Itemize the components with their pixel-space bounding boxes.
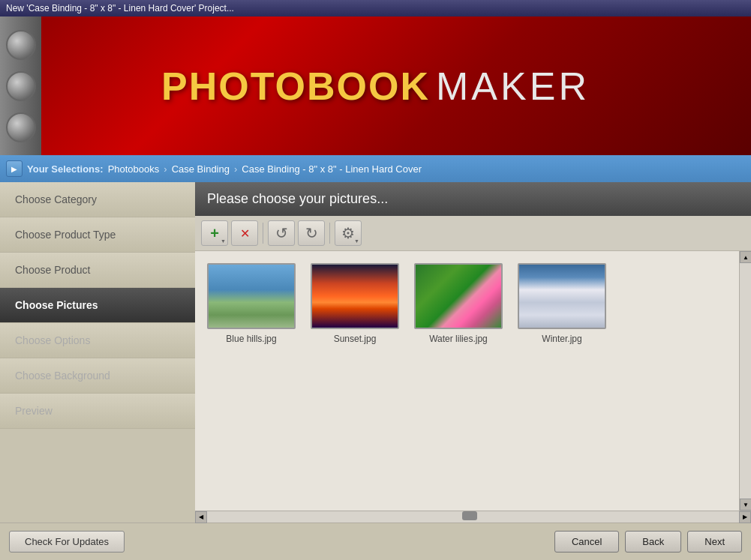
vertical-scrollbar[interactable]: ▲ ▼	[739, 251, 751, 511]
bottom-right-buttons: Cancel Back Next	[554, 531, 742, 553]
remove-picture-button[interactable]: ✕	[231, 220, 258, 246]
hscroll-thumb[interactable]	[462, 511, 477, 520]
toolbar: + ▼ ✕ ↺ ↻ ⚙ ▼	[195, 216, 751, 251]
breadcrumb-sep-1: ›	[164, 163, 167, 175]
picture-thumb-winter	[518, 263, 606, 329]
breadcrumb-toggle-button[interactable]: ▶	[6, 160, 23, 177]
toolbar-separator-1	[263, 223, 263, 244]
sidebar-item-choose-product[interactable]: Choose Product	[0, 253, 195, 288]
sidebar: Choose Category Choose Product Type Choo…	[0, 182, 195, 523]
sidebar-item-preview: Preview	[0, 394, 195, 429]
breadcrumb-label: Your Selections:	[27, 163, 104, 175]
sidebar-item-choose-category[interactable]: Choose Category	[0, 182, 195, 217]
picture-item-sunset[interactable]: Sunset.jpg	[311, 263, 399, 344]
sidebar-spacer	[0, 429, 195, 523]
breadcrumb-item-photobooks[interactable]: Photobooks	[108, 163, 160, 175]
picture-label-sunset: Sunset.jpg	[334, 334, 377, 344]
binder-ring-2	[6, 71, 36, 101]
add-dropdown-arrow: ▼	[221, 238, 226, 244]
sidebar-item-choose-pictures[interactable]: Choose Pictures	[0, 288, 195, 323]
breadcrumb-item-case-binding[interactable]: Case Binding	[172, 163, 230, 175]
rotate-left-button[interactable]: ↺	[268, 220, 295, 246]
settings-dropdown-arrow: ▼	[354, 238, 359, 244]
picture-thumb-blue-hills	[207, 263, 296, 329]
picture-item-winter[interactable]: Winter.jpg	[518, 263, 606, 344]
title-text: New 'Case Binding - 8" x 8" - Linen Hard…	[6, 3, 234, 13]
sidebar-item-choose-product-type[interactable]: Choose Product Type	[0, 217, 195, 253]
breadcrumb-sep-2: ›	[234, 163, 237, 175]
rotate-right-button[interactable]: ↻	[298, 220, 325, 246]
cancel-button[interactable]: Cancel	[554, 531, 619, 553]
binder	[0, 16, 41, 155]
settings-button[interactable]: ⚙ ▼	[335, 220, 362, 246]
hscroll-track	[207, 511, 739, 523]
picture-item-blue-hills[interactable]: Blue hills.jpg	[207, 263, 296, 344]
pictures-area: Blue hills.jpg Sunset.jpg Water lilies.j…	[195, 251, 739, 511]
picture-label-winter: Winter.jpg	[542, 334, 581, 344]
hscroll-left-button[interactable]: ◀	[195, 511, 207, 523]
vscroll-down-button[interactable]: ▼	[740, 499, 751, 511]
pictures-grid: Blue hills.jpg Sunset.jpg Water lilies.j…	[207, 263, 727, 344]
horizontal-scrollbar[interactable]: ◀ ▶	[195, 511, 751, 523]
picture-item-water-lilies[interactable]: Water lilies.jpg	[414, 263, 503, 344]
main-area: Choose Category Choose Product Type Choo…	[0, 182, 751, 523]
picture-label-blue-hills: Blue hills.jpg	[226, 334, 276, 344]
toolbar-separator-2	[329, 223, 330, 244]
binder-ring-3	[6, 112, 36, 142]
logo-photobook: PHOTOBOOK	[161, 64, 430, 109]
check-for-updates-button[interactable]: Check For Updates	[9, 531, 125, 553]
sidebar-item-choose-background: Choose Background	[0, 358, 195, 394]
vscroll-track	[740, 263, 751, 499]
content-header-text: Please choose your pictures...	[207, 191, 388, 206]
sidebar-item-choose-options: Choose Options	[0, 323, 195, 358]
add-picture-button[interactable]: + ▼	[201, 220, 228, 246]
breadcrumb-bar: ▶ Your Selections: Photobooks › Case Bin…	[0, 155, 751, 182]
title-bar: New 'Case Binding - 8" x 8" - Linen Hard…	[0, 0, 751, 16]
logo: PHOTOBOOK MAKER	[161, 64, 590, 109]
content-panel: Please choose your pictures... + ▼ ✕ ↺ ↻…	[195, 182, 751, 523]
picture-thumb-sunset	[311, 263, 399, 329]
picture-label-water-lilies: Water lilies.jpg	[429, 334, 488, 344]
breadcrumb-item-product[interactable]: Case Binding - 8" x 8" - Linen Hard Cove…	[242, 163, 422, 175]
picture-thumb-water-lilies	[414, 263, 503, 329]
header: PHOTOBOOK MAKER	[0, 16, 751, 155]
bottom-bar: Check For Updates Cancel Back Next	[0, 523, 751, 560]
vscroll-up-button[interactable]: ▲	[740, 251, 751, 263]
back-button[interactable]: Back	[625, 531, 681, 553]
hscroll-right-button[interactable]: ▶	[739, 511, 751, 523]
binder-ring-1	[6, 30, 36, 60]
next-button[interactable]: Next	[687, 531, 742, 553]
content-header: Please choose your pictures...	[195, 182, 751, 216]
logo-maker: MAKER	[436, 64, 590, 109]
